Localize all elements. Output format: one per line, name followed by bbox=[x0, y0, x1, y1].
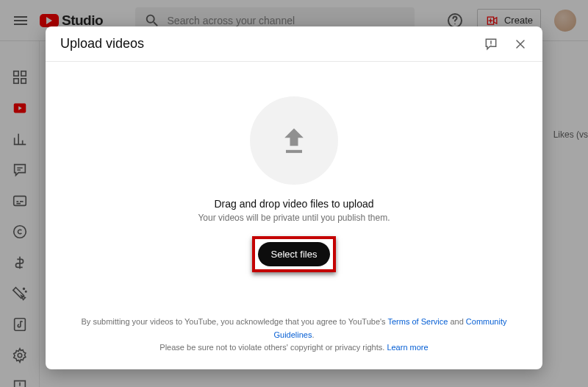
footer-line-2: Please be sure not to violate others' co… bbox=[63, 341, 525, 355]
svg-point-14 bbox=[490, 44, 491, 45]
upload-drop-target[interactable] bbox=[250, 96, 338, 185]
send-feedback-icon[interactable] bbox=[484, 37, 498, 52]
modal-header-actions bbox=[484, 37, 528, 52]
modal-body: Drag and drop video files to upload Your… bbox=[46, 62, 542, 307]
select-files-button[interactable]: Select files bbox=[258, 242, 331, 266]
drop-title: Drag and drop video files to upload bbox=[214, 198, 373, 210]
close-icon[interactable] bbox=[513, 37, 528, 52]
svg-rect-15 bbox=[286, 150, 302, 153]
studio-app: Studio Search across your channel Create bbox=[0, 0, 588, 387]
learn-more-link[interactable]: Learn more bbox=[387, 343, 428, 352]
tos-link[interactable]: Terms of Service bbox=[387, 317, 448, 326]
modal-title: Upload videos bbox=[60, 36, 144, 52]
upload-arrow-icon bbox=[278, 124, 310, 157]
drop-subtitle: Your videos will be private until you pu… bbox=[198, 213, 390, 223]
modal-footer: By submitting your videos to YouTube, yo… bbox=[46, 307, 542, 369]
modal-header: Upload videos bbox=[46, 26, 542, 62]
footer-line-1: By submitting your videos to YouTube, yo… bbox=[63, 316, 525, 341]
upload-modal: Upload videos Drag and drop video files … bbox=[46, 26, 542, 369]
select-files-highlight: Select files bbox=[252, 236, 337, 272]
